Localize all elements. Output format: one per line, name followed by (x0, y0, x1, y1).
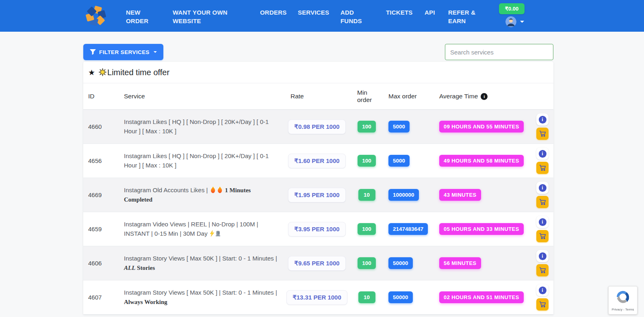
average-time-badge: 43 MINUTES (439, 189, 481, 201)
table-row: 4607Instagram Story Views [ Max 50K ] | … (83, 280, 553, 315)
table-row: 4606Instagram Story Views [ Max 50K ] | … (83, 246, 553, 280)
rate-badge: ₹3.95 PER 1000 (288, 222, 345, 237)
nav-item-add-funds[interactable]: ADD FUNDS (340, 8, 366, 25)
cart-button[interactable] (536, 298, 549, 310)
rate-badge: ₹13.31 PER 1000 (286, 290, 347, 305)
table-header: ID Service Rate Min order Max order Aver… (83, 83, 553, 110)
nav-items: NEW ORDERWANT YOUR OWN WEBSITEORDERSSERV… (0, 0, 644, 32)
max-order-badge: 50000 (388, 257, 413, 269)
filter-services-label: FILTER SERVICES (99, 49, 150, 55)
cart-icon (539, 199, 546, 205)
service-cell: Instagram Story Views [ Max 50K ] | Star… (124, 254, 286, 272)
max-order-badge: 1000000 (388, 189, 419, 201)
star-icon: ★ (88, 68, 95, 77)
max-order-badge: 5000 (388, 155, 410, 167)
info-button[interactable]: i (536, 216, 549, 228)
service-cell: Instagram Video Views | REEL | No-Drop |… (124, 220, 286, 238)
chevron-down-icon (520, 21, 524, 23)
balance-badge[interactable]: ₹0.00 (499, 3, 525, 14)
nav-item-services[interactable]: SERVICES (298, 8, 329, 17)
column-header-id: ID (88, 93, 124, 100)
navbar: NEW ORDERWANT YOUR OWN WEBSITEORDERSSERV… (0, 0, 644, 32)
section-title: ★ Limited time offer (83, 62, 553, 83)
section-title-text: Limited time offer (107, 68, 169, 77)
service-cell: Instagram Old Accounts Likes | 1 Minutes… (124, 186, 286, 204)
service-cell: Instagram Likes [ HQ ] [ Non-Drop ] [ 20… (124, 152, 286, 170)
table-row: 4669Instagram Old Accounts Likes | 1 Min… (83, 178, 553, 212)
average-time-badge: 05 HOURS AND 33 MINUTES (439, 223, 524, 235)
service-id: 4656 (88, 157, 124, 164)
cart-icon (539, 130, 546, 137)
service-text-segment: Instagram Story Views [ Max 50K ] | Star… (124, 289, 277, 296)
info-icon: i (539, 252, 546, 260)
nav-item-orders[interactable]: ORDERS (260, 8, 286, 17)
info-button[interactable]: i (536, 250, 549, 262)
rate-badge: ₹0.98 PER 1000 (288, 119, 345, 134)
chevron-down-icon (154, 51, 157, 53)
info-button[interactable]: i (536, 148, 549, 160)
cart-button[interactable] (536, 128, 549, 140)
info-icon: i (539, 150, 546, 158)
average-time-badge: 09 HOURS AND 55 MINUTES (439, 121, 524, 132)
moai-icon (215, 230, 221, 237)
recaptcha-privacy-terms[interactable]: Privacy - Terms (612, 308, 634, 311)
service-cell: Instagram Likes [ HQ ] [ Non-Drop ] [ 20… (124, 117, 286, 136)
table-row: 4659Instagram Video Views | REEL | No-Dr… (83, 212, 553, 246)
service-text-segment: Instagram Likes [ HQ ] [ Non-Drop ] [ 20… (124, 118, 269, 135)
nav-item-api[interactable]: API (425, 8, 435, 17)
average-time-badge: 02 HOURS AND 51 MINUTES (439, 291, 524, 303)
cart-icon (539, 165, 546, 171)
rate-badge: ₹9.65 PER 1000 (288, 256, 345, 271)
service-text-segment: Instagram Story Views [ Max 50K ] | Star… (124, 255, 277, 262)
column-header-service: Service (124, 93, 286, 100)
info-button[interactable]: i (536, 182, 549, 194)
table-body: 4660Instagram Likes [ HQ ] [ Non-Drop ] … (83, 110, 553, 315)
min-order-badge: 10 (358, 189, 375, 201)
cart-icon (539, 233, 546, 239)
bolt-icon (209, 230, 215, 237)
rate-badge: ₹1.95 PER 1000 (288, 188, 345, 202)
min-order-badge: 100 (358, 121, 376, 132)
account-menu[interactable] (505, 16, 524, 27)
nav-item-refer-earn[interactable]: REFER & EARN (448, 8, 484, 25)
service-text-segment: Instagram Old Accounts Likes | (124, 187, 210, 193)
cart-button[interactable] (536, 162, 549, 174)
info-button[interactable]: i (536, 113, 549, 126)
average-time-badge: 49 HOURS AND 58 MINUTES (439, 155, 524, 167)
column-header-rate: Rate (286, 93, 347, 100)
cart-button[interactable] (536, 196, 549, 208)
min-order-badge: 100 (358, 223, 376, 235)
service-id: 4606 (88, 260, 124, 267)
table-row: 4660Instagram Likes [ HQ ] [ Non-Drop ] … (83, 110, 553, 144)
service-text-segment: ALL (124, 265, 135, 271)
flame-icon (217, 187, 223, 193)
filter-services-button[interactable]: FILTER SERVICES (83, 44, 163, 60)
service-id: 4659 (88, 226, 124, 232)
info-icon: i (539, 116, 546, 124)
cart-icon (539, 301, 546, 308)
nav-item-tickets[interactable]: TICKETS (386, 8, 413, 17)
info-icon: i (539, 184, 546, 192)
rate-badge: ₹1.60 PER 1000 (288, 154, 345, 168)
nav-item-new-order[interactable]: NEW ORDER (126, 8, 154, 25)
service-text-segment: Instagram Likes [ HQ ] [ Non-Drop ] [ 20… (124, 152, 269, 169)
max-order-badge: 50000 (388, 291, 413, 303)
column-header-average-time: Average Time i (437, 93, 536, 100)
info-icon: i (539, 287, 546, 294)
info-button[interactable]: i (536, 284, 549, 296)
info-icon[interactable]: i (481, 93, 488, 100)
search-input[interactable] (445, 44, 553, 60)
nav-item-want-your-own-website[interactable]: WANT YOUR OWN WEBSITE (173, 8, 236, 25)
table-row: 4656Instagram Likes [ HQ ] [ Non-Drop ] … (83, 144, 553, 178)
flame-icon (210, 187, 216, 193)
max-order-badge: 5000 (388, 121, 410, 132)
min-order-badge: 100 (358, 155, 376, 167)
service-cell: Instagram Story Views [ Max 50K ] | Star… (124, 288, 286, 306)
average-time-badge: 56 MINUTES (439, 257, 481, 269)
info-icon: i (539, 218, 546, 226)
recaptcha-badge[interactable]: Privacy - Terms (608, 286, 637, 315)
column-header-min-order: Min order (347, 89, 386, 104)
cart-button[interactable] (536, 264, 549, 276)
cart-button[interactable] (536, 230, 549, 242)
recaptcha-icon (615, 289, 631, 306)
